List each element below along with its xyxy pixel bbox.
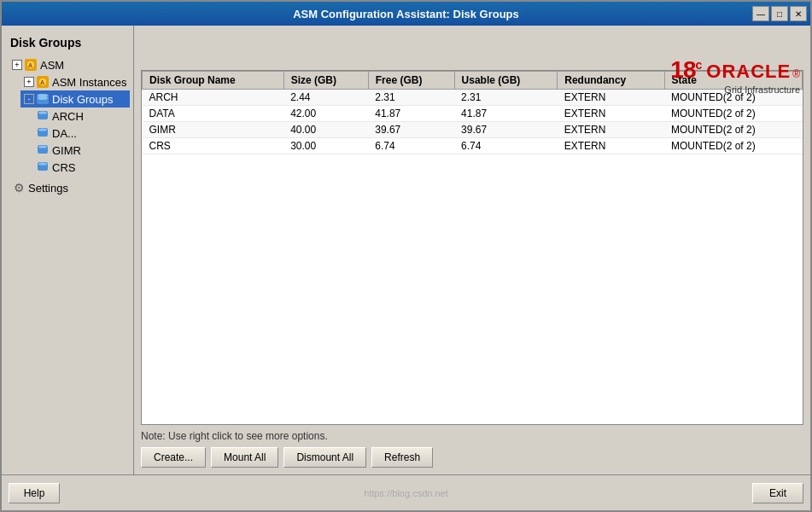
asm-icon: A	[24, 58, 38, 72]
title-bar-controls: — □ ✕	[752, 6, 807, 21]
minimize-button[interactable]: —	[752, 6, 769, 21]
svg-point-16	[38, 163, 47, 166]
svg-point-12	[38, 129, 47, 131]
table-row[interactable]: GIMR 40.00 39.67 39.67 EXTERN MOUNTED(2 …	[143, 122, 803, 138]
cell-free: 2.31	[368, 90, 454, 106]
refresh-button[interactable]: Refresh	[371, 447, 433, 468]
col-header-size: Size (GB)	[283, 72, 368, 90]
cell-size: 40.00	[283, 122, 368, 138]
col-header-free: Free (GB)	[368, 72, 454, 90]
footer: Help https://blog.csdn.net Exit	[2, 474, 810, 510]
svg-point-10	[38, 112, 47, 114]
exit-button[interactable]: Exit	[752, 483, 803, 503]
table-row[interactable]: CRS 30.00 6.74 6.74 EXTERN MOUNTED(2 of …	[143, 138, 803, 154]
main-window: ASM Configuration Assistant: Disk Groups…	[0, 0, 812, 512]
col-header-redundancy: Redundancy	[558, 72, 664, 90]
cell-usable: 2.31	[454, 90, 558, 106]
svg-point-14	[38, 146, 47, 148]
cell-free: 41.87	[368, 106, 454, 122]
gimr-icon	[36, 143, 50, 157]
sidebar-item-crs-label: CRS	[52, 161, 75, 174]
dismount-all-button[interactable]: Dismount All	[283, 447, 366, 468]
content-area: Disk Groups + A ASM + A ASM Instances -	[2, 26, 810, 474]
cell-size: 2.44	[283, 90, 368, 106]
crs-icon	[36, 160, 50, 174]
col-header-usable: Usable (GB)	[454, 72, 558, 90]
cell-redundancy: EXTERN	[558, 122, 664, 138]
sidebar-item-disk-groups-label: Disk Groups	[52, 93, 114, 106]
action-buttons: Create... Mount All Dismount All Refresh	[141, 447, 803, 468]
cell-state: MOUNTED(2 of 2)	[664, 106, 802, 122]
da-icon	[36, 126, 50, 140]
mount-all-button[interactable]: Mount All	[211, 447, 278, 468]
cell-usable: 41.87	[454, 106, 558, 122]
table-row[interactable]: DATA 42.00 41.87 41.87 EXTERN MOUNTED(2 …	[143, 106, 803, 122]
cell-name: DATA	[143, 106, 284, 122]
cell-name: GIMR	[143, 122, 284, 138]
cell-usable: 39.67	[454, 122, 558, 138]
cell-state: MOUNTED(2 of 2)	[664, 122, 802, 138]
oracle-brand: 18c ORACLE ® Grid Infrastructure	[670, 55, 800, 96]
sidebar-item-settings-label: Settings	[28, 182, 68, 195]
sidebar-item-da-label: DA...	[52, 127, 77, 140]
cell-redundancy: EXTERN	[558, 138, 664, 154]
bottom-area: Note: Use right click to see more option…	[141, 425, 803, 468]
maximize-button[interactable]: □	[771, 6, 788, 21]
cell-size: 30.00	[283, 138, 368, 154]
sidebar-item-asm[interactable]: + A ASM	[9, 56, 130, 73]
sidebar-item-crs[interactable]: CRS	[32, 159, 130, 176]
cell-redundancy: EXTERN	[558, 106, 664, 122]
cell-usable: 6.74	[454, 138, 558, 154]
cell-state: MOUNTED(2 of 2)	[664, 138, 802, 154]
close-button[interactable]: ✕	[790, 6, 807, 21]
oracle-product: Grid Infrastructure	[670, 84, 800, 96]
cell-size: 42.00	[283, 106, 368, 122]
panel-title: Disk Groups	[5, 32, 130, 56]
settings-icon: ⚙	[12, 181, 26, 195]
help-button[interactable]: Help	[9, 483, 60, 503]
watermark: https://blog.csdn.net	[364, 488, 447, 498]
sidebar-item-disk-groups[interactable]: - Disk Groups	[20, 90, 130, 108]
cell-redundancy: EXTERN	[558, 90, 664, 106]
oracle-version: 18c	[670, 55, 701, 84]
expand-icon-asm[interactable]: +	[12, 60, 22, 70]
svg-text:A: A	[40, 79, 44, 85]
sidebar-item-gimr[interactable]: GIMR	[32, 142, 130, 159]
oracle-registered: ®	[792, 68, 800, 80]
arch-icon	[36, 109, 50, 123]
sidebar-item-asm-instances[interactable]: + A ASM Instances	[20, 73, 130, 90]
cell-free: 39.67	[368, 122, 454, 138]
sidebar-item-arch[interactable]: ARCH	[32, 108, 130, 125]
create-button[interactable]: Create...	[141, 447, 206, 468]
left-panel: Disk Groups + A ASM + A ASM Instances -	[2, 26, 134, 474]
sidebar-item-asm-label: ASM	[40, 59, 64, 72]
sidebar-item-arch-label: ARCH	[52, 110, 84, 123]
oracle-brand-text: ORACLE	[706, 61, 791, 83]
cell-free: 6.74	[368, 138, 454, 154]
sidebar-item-gimr-label: GIMR	[52, 144, 81, 157]
svg-point-8	[38, 96, 48, 100]
svg-text:A: A	[28, 62, 32, 68]
sidebar-item-da[interactable]: DA...	[32, 125, 130, 142]
disk-groups-table-container[interactable]: Disk Group Name Size (GB) Free (GB) Usab…	[141, 70, 803, 425]
expand-icon-disk-groups[interactable]: -	[24, 94, 34, 104]
expand-icon-asm-instances[interactable]: +	[24, 77, 34, 87]
note-text: Note: Use right click to see more option…	[141, 430, 803, 442]
title-bar: ASM Configuration Assistant: Disk Groups…	[2, 2, 810, 26]
cell-name: ARCH	[143, 90, 284, 106]
asm-instances-icon: A	[36, 75, 50, 89]
sidebar-item-settings[interactable]: ⚙ Settings	[9, 179, 130, 196]
sidebar-item-asm-instances-label: ASM Instances	[52, 76, 126, 89]
disk-groups-icon	[36, 92, 50, 106]
col-header-name: Disk Group Name	[143, 72, 284, 90]
right-panel: 18c ORACLE ® Grid Infrastructure Disk Gr…	[134, 26, 810, 474]
window-title: ASM Configuration Assistant: Disk Groups	[293, 8, 519, 20]
cell-name: CRS	[143, 138, 284, 154]
